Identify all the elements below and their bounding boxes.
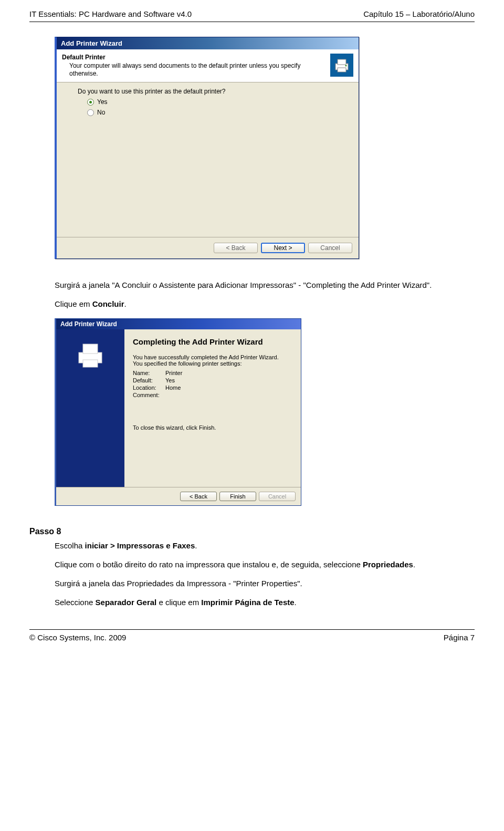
- svg-rect-6: [83, 360, 98, 367]
- finish-button[interactable]: Finish: [219, 492, 256, 501]
- radio-no-icon: [87, 109, 94, 116]
- header-right: Capítulo 15 – Laboratório/Aluno: [363, 9, 475, 18]
- header-left: IT Essentials: PC Hardware and Software …: [29, 9, 192, 18]
- header-rule: [29, 22, 475, 22]
- wizard2-success1: You have successfully completed the Add …: [133, 354, 292, 360]
- svg-rect-2: [338, 68, 346, 72]
- next-button[interactable]: Next >: [261, 243, 305, 253]
- value-comment: [165, 392, 292, 398]
- step8-p2: Clique com o botão direito do rato na im…: [55, 559, 454, 570]
- printer-icon: [75, 339, 106, 370]
- value-name: Printer: [165, 370, 292, 376]
- step8-p4: Seleccione Separador Geral e clique em I…: [55, 597, 454, 608]
- wizard1-question: Do you want to use this printer as the d…: [78, 88, 350, 95]
- radio-yes-label: Yes: [97, 98, 108, 106]
- step8-p3: Surgirá a janela das Propriedades da Imp…: [55, 578, 454, 589]
- add-printer-wizard-completing: Add Printer Wizard Completing the Add Pr…: [55, 318, 301, 506]
- label-location: Location:: [133, 385, 165, 391]
- wizard2-title: Add Printer Wizard: [56, 319, 301, 329]
- back-button[interactable]: < Back: [180, 492, 217, 501]
- wizard2-side-panel: [56, 329, 124, 487]
- wizard2-settings-grid: Name: Printer Default: Yes Location: Hom…: [133, 370, 292, 398]
- wizard1-title: Add Printer Wizard: [57, 37, 359, 49]
- label-comment: Comment:: [133, 392, 165, 398]
- step8-heading: Passo 8: [29, 527, 475, 536]
- wizard1-subheading: Your computer will always send documents…: [69, 62, 325, 78]
- radio-no-row[interactable]: No: [87, 109, 350, 116]
- add-printer-wizard-default: Add Printer Wizard Default Printer Your …: [55, 37, 359, 259]
- footer-left: © Cisco Systems, Inc. 2009: [29, 633, 126, 642]
- wizard2-heading: Completing the Add Printer Wizard: [133, 337, 292, 347]
- cancel-button[interactable]: Cancel: [308, 243, 352, 253]
- cancel-button[interactable]: Cancel: [259, 492, 296, 501]
- radio-yes-row[interactable]: Yes: [87, 98, 350, 106]
- value-location: Home: [165, 385, 292, 391]
- paragraph-click-concluir: Clique em Concluir.: [55, 299, 454, 309]
- step8-p1: Escolha iniciar > Impressoras e Faxes.: [55, 541, 454, 551]
- wizard2-close-hint: To close this wizard, click Finish.: [133, 424, 292, 431]
- printer-icon: [330, 54, 353, 77]
- back-button[interactable]: < Back: [214, 243, 258, 253]
- svg-rect-1: [338, 59, 346, 65]
- paragraph-after-wizard1: Surgirá a janela "A Concluir o Assistent…: [55, 280, 454, 290]
- footer-right: Página 7: [444, 633, 475, 642]
- radio-no-label: No: [97, 109, 105, 116]
- value-default: Yes: [165, 377, 292, 383]
- label-default: Default:: [133, 377, 165, 383]
- wizard1-heading: Default Printer: [62, 54, 325, 61]
- svg-rect-5: [83, 344, 98, 354]
- svg-point-3: [345, 65, 347, 67]
- wizard2-success2: You specified the following printer sett…: [133, 360, 292, 367]
- radio-yes-icon: [87, 99, 94, 106]
- label-name: Name:: [133, 370, 165, 376]
